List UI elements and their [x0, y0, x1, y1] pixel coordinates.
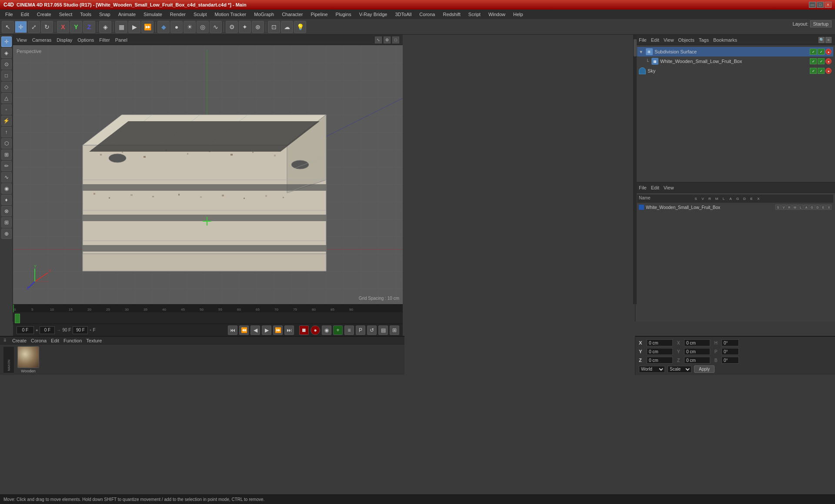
tool-magnet[interactable]: ∿: [1, 172, 12, 182]
viewport-menu-options[interactable]: Options: [77, 37, 94, 43]
coord-x-rot[interactable]: [721, 339, 739, 346]
transport-settings-btn[interactable]: ▤: [378, 325, 388, 335]
tool-edge[interactable]: △: [1, 93, 12, 103]
om-config-icon[interactable]: ≡: [825, 37, 832, 43]
toolbar-scale-btn[interactable]: ⤢: [28, 21, 40, 33]
mat-menu-edit[interactable]: Edit: [51, 338, 59, 343]
menu-select[interactable]: Select: [56, 11, 76, 18]
tool-bevel[interactable]: ⬡: [1, 138, 12, 149]
tool-move[interactable]: ✛: [1, 36, 12, 47]
toolbar-deformer[interactable]: ⊛: [252, 21, 264, 33]
tool-point[interactable]: ◦: [1, 104, 12, 115]
menu-plugins[interactable]: Plugins: [332, 11, 355, 18]
am-menu-file[interactable]: File: [639, 185, 647, 190]
tool-paint[interactable]: ◉: [1, 183, 12, 194]
menu-file[interactable]: File: [2, 11, 17, 18]
attr-icon-l[interactable]: L: [798, 205, 803, 210]
transport-track-btn[interactable]: ≡: [344, 325, 354, 335]
menu-render[interactable]: Render: [167, 11, 189, 18]
mat-menu-function[interactable]: Function: [63, 338, 82, 343]
sky-delete-btn[interactable]: ●: [825, 68, 832, 74]
tool-rigging[interactable]: ⊗: [1, 206, 12, 216]
coord-scale-dropdown[interactable]: Scale: [668, 366, 691, 373]
attr-icon-a[interactable]: A: [804, 205, 809, 210]
attr-icon-g[interactable]: G: [809, 205, 815, 210]
close-button[interactable]: ✕: [825, 2, 832, 8]
viewport-menu-filter[interactable]: Filter: [99, 37, 110, 43]
attr-item-box[interactable]: White_Wooden_Small_Low_Fruit_Box S V R M…: [637, 203, 833, 212]
menu-mograph[interactable]: MoGraph: [250, 11, 277, 18]
coord-y-size[interactable]: [684, 348, 710, 355]
om-menu-tags[interactable]: Tags: [699, 37, 709, 43]
subdiv-expand-icon[interactable]: ▼: [639, 50, 643, 54]
subdiv-render-btn[interactable]: ✓: [818, 49, 825, 55]
tool-poly[interactable]: ◇: [1, 82, 12, 92]
transport-options-btn[interactable]: ⊞: [390, 325, 399, 335]
om-menu-edit[interactable]: Edit: [651, 37, 659, 43]
menu-tools[interactable]: Tools: [77, 11, 95, 18]
minimize-button[interactable]: —: [809, 2, 816, 8]
menu-simulate[interactable]: Simulate: [140, 11, 166, 18]
tool-rect-select[interactable]: □: [1, 70, 12, 81]
toolbar-particles[interactable]: ✦: [239, 21, 251, 33]
subdiv-visible-btn[interactable]: ✓: [810, 49, 817, 55]
menu-window[interactable]: Window: [485, 11, 509, 18]
menu-3dtoall[interactable]: 3DToAll: [391, 11, 415, 18]
transport-go-start[interactable]: ⏮: [228, 325, 237, 335]
viewport-menu-display[interactable]: Display: [57, 37, 72, 43]
box-render-btn[interactable]: ✓: [818, 58, 825, 64]
tool-knife[interactable]: ⚡: [1, 116, 12, 126]
toolbar-axis-y[interactable]: Y: [70, 21, 82, 33]
viewport-maximize-btn[interactable]: □: [392, 36, 399, 43]
transport-plus-btn[interactable]: +: [333, 325, 343, 335]
am-menu-edit[interactable]: Edit: [651, 185, 659, 190]
menu-redshift[interactable]: Redshift: [439, 11, 464, 18]
menu-vray[interactable]: V-Ray Bridge: [356, 11, 391, 18]
tool-extra[interactable]: ⊕: [1, 229, 12, 239]
timeline-start-marker[interactable]: [15, 314, 20, 323]
menu-sculpt[interactable]: Sculpt: [190, 11, 210, 18]
attr-icon-v[interactable]: V: [781, 205, 786, 210]
toolbar-object-btn[interactable]: ◈: [99, 21, 111, 33]
toolbar-floor[interactable]: ⊡: [268, 21, 280, 33]
toolbar-sun[interactable]: 💡: [294, 21, 306, 33]
start-frame-input[interactable]: [40, 326, 55, 334]
menu-edit[interactable]: Edit: [17, 11, 33, 18]
menu-create[interactable]: Create: [33, 11, 55, 18]
toolbar-3d-cube[interactable]: ◆: [157, 21, 170, 33]
viewport-menu-cameras[interactable]: Cameras: [32, 37, 52, 43]
coord-y-pos[interactable]: [647, 348, 673, 355]
tool-bridge[interactable]: ⊞: [1, 149, 12, 160]
material-item-wooden[interactable]: Wooden: [17, 346, 39, 373]
layout-dropdown[interactable]: Startup: [810, 20, 832, 27]
tool-pen[interactable]: ✏: [1, 161, 12, 171]
box-visible-btn[interactable]: ✓: [810, 58, 817, 64]
menu-snap[interactable]: Snap: [96, 11, 114, 18]
toolbar-move-btn[interactable]: ✛: [15, 21, 27, 33]
am-menu-view[interactable]: View: [664, 185, 674, 190]
transport-play-back[interactable]: ◀: [250, 325, 260, 335]
toolbar-camera[interactable]: ●: [170, 21, 183, 33]
menu-corona[interactable]: Corona: [416, 11, 438, 18]
current-frame-input[interactable]: [17, 326, 34, 334]
transport-play[interactable]: ▶: [262, 325, 271, 335]
toolbar-spline[interactable]: ∿: [210, 21, 222, 33]
transport-key-btn[interactable]: ◉: [322, 325, 331, 335]
viewport-canvas[interactable]: Perspective: [13, 45, 403, 304]
tool-select-obj[interactable]: ◈: [1, 48, 12, 58]
coord-z-rot[interactable]: [721, 357, 739, 364]
om-menu-file[interactable]: File: [639, 37, 647, 43]
coord-z-size[interactable]: [684, 357, 710, 364]
attr-icon-x[interactable]: X: [826, 205, 832, 210]
mat-menu-corona[interactable]: Corona: [31, 338, 47, 343]
tool-sculpt[interactable]: ♦: [1, 195, 12, 205]
tool-live-select[interactable]: ⊙: [1, 59, 12, 70]
transport-motion-btn[interactable]: P: [356, 325, 365, 335]
coord-y-rot[interactable]: [721, 348, 739, 355]
attr-icon-e[interactable]: E: [821, 205, 826, 210]
mat-menu-create[interactable]: Create: [12, 338, 27, 343]
toolbar-axis-z[interactable]: Z: [83, 21, 95, 33]
maximize-button[interactable]: □: [817, 2, 824, 8]
main-viewport[interactable]: View Cameras Display Options Filter Pane…: [13, 35, 403, 304]
viewport-menu-view[interactable]: View: [17, 37, 27, 43]
